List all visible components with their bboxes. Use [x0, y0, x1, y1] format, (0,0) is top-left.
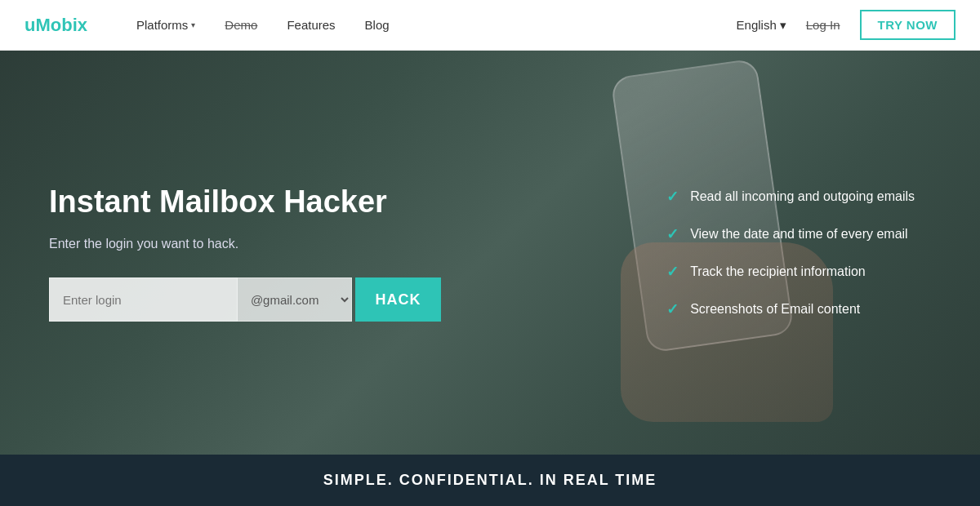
feature-item-2: ✓ View the date and time of every email: [666, 225, 915, 243]
language-selector[interactable]: English ▾: [737, 18, 786, 33]
chevron-down-icon: ▾: [780, 18, 786, 33]
feature-label-2: View the date and time of every email: [690, 227, 908, 242]
nav-label-blog: Blog: [365, 18, 390, 32]
hero-section: Instant Mailbox Hacker Enter the login y…: [0, 51, 980, 455]
nav-item-blog[interactable]: Blog: [365, 18, 390, 32]
check-icon: ✓: [666, 225, 679, 243]
hero-subtitle: Enter the login you want to hack.: [49, 237, 441, 251]
footer-tagline: SIMPLE. CONFIDENTIAL. IN REAL TIME: [323, 472, 657, 489]
hack-form: @gmail.com @yahoo.com @outlook.com HACK: [49, 277, 441, 322]
language-label: English: [737, 18, 777, 32]
brand-logo[interactable]: uMobix: [24, 15, 87, 36]
nav-right: English ▾ Log In TRY NOW: [737, 10, 956, 40]
feature-item-3: ✓ Track the recipient information: [666, 263, 915, 281]
chevron-down-icon: ▾: [191, 20, 195, 29]
footer-bar: SIMPLE. CONFIDENTIAL. IN REAL TIME: [0, 455, 980, 506]
login-input[interactable]: [49, 277, 238, 322]
hero-right-panel: ✓ Read all incoming and outgoing emails …: [666, 188, 931, 318]
check-icon: ✓: [666, 263, 679, 281]
navbar: uMobix Platforms ▾ Demo Features Blog En…: [0, 0, 980, 51]
hack-button[interactable]: HACK: [355, 277, 441, 322]
hero-left-panel: Instant Mailbox Hacker Enter the login y…: [49, 184, 441, 322]
nav-label-demo: Demo: [225, 18, 257, 32]
nav-links: Platforms ▾ Demo Features Blog: [136, 18, 737, 32]
nav-item-demo[interactable]: Demo: [225, 18, 257, 32]
feature-item-1: ✓ Read all incoming and outgoing emails: [666, 188, 915, 206]
hero-content: Instant Mailbox Hacker Enter the login y…: [0, 51, 980, 455]
nav-item-features[interactable]: Features: [287, 18, 335, 32]
feature-label-3: Track the recipient information: [690, 264, 866, 279]
feature-label-1: Read all incoming and outgoing emails: [690, 189, 915, 204]
feature-item-4: ✓ Screenshots of Email content: [666, 300, 915, 318]
nav-item-platforms[interactable]: Platforms ▾: [136, 18, 195, 32]
nav-label-features: Features: [287, 18, 335, 32]
login-link[interactable]: Log In: [806, 18, 840, 32]
hero-title: Instant Mailbox Hacker: [49, 184, 441, 221]
check-icon: ✓: [666, 188, 679, 206]
nav-label-platforms: Platforms: [136, 18, 188, 32]
try-now-button[interactable]: TRY NOW: [860, 10, 956, 40]
feature-label-4: Screenshots of Email content: [690, 302, 860, 317]
email-domain-select[interactable]: @gmail.com @yahoo.com @outlook.com: [238, 277, 352, 322]
feature-list: ✓ Read all incoming and outgoing emails …: [666, 188, 915, 318]
check-icon: ✓: [666, 300, 679, 318]
